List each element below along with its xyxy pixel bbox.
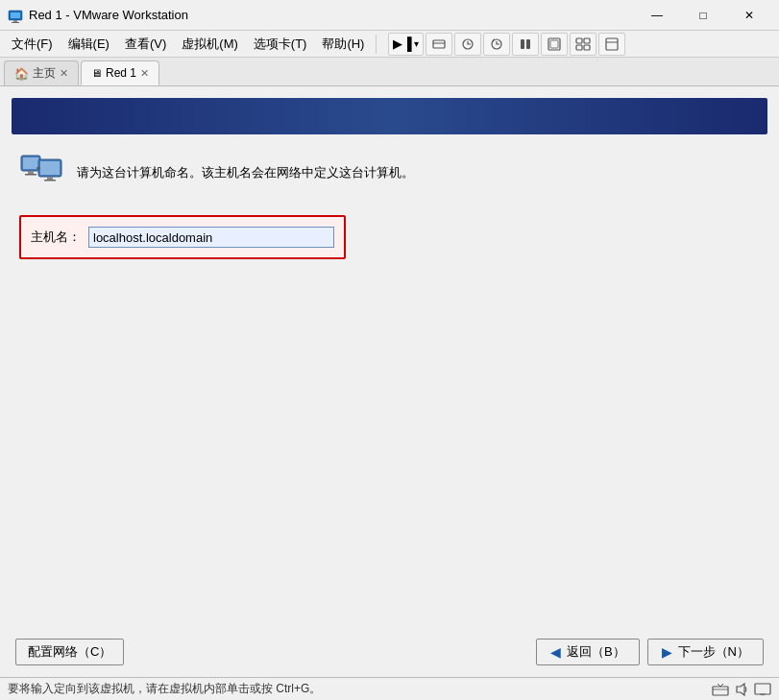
- svg-rect-30: [755, 684, 770, 694]
- tab-home-close[interactable]: ✕: [60, 68, 68, 79]
- svg-rect-3: [12, 22, 19, 23]
- next-button[interactable]: ▶ 下一步（N）: [647, 639, 764, 665]
- svg-rect-21: [25, 174, 37, 176]
- svg-rect-25: [44, 180, 56, 181]
- toolbar-suspend[interactable]: [512, 33, 539, 56]
- toolbar-unity[interactable]: [570, 33, 596, 56]
- hostname-row: 主机名：: [19, 215, 346, 259]
- toolbar-window[interactable]: [598, 33, 625, 56]
- status-icons: [712, 682, 771, 697]
- configure-network-button[interactable]: 配置网络（C）: [15, 639, 124, 665]
- hostname-input[interactable]: [88, 227, 334, 248]
- menu-view[interactable]: 查看(V): [117, 33, 174, 56]
- vm-icon: 🖥: [91, 67, 102, 79]
- audio-status-icon: [733, 682, 750, 697]
- status-bar: 要将输入定向到该虚拟机，请在虚拟机内部单击或按 Ctrl+G。: [0, 677, 779, 700]
- svg-marker-29: [737, 684, 744, 695]
- close-button[interactable]: ✕: [727, 0, 771, 31]
- tab-bar: 🏠 主页 ✕ 🖥 Red 1 ✕: [0, 58, 779, 86]
- tab-red1[interactable]: 🖥 Red 1 ✕: [81, 60, 159, 85]
- toolbar-snapshot-restore[interactable]: [483, 33, 510, 56]
- svg-rect-8: [521, 39, 524, 49]
- svg-rect-16: [606, 38, 618, 50]
- maximize-button[interactable]: □: [681, 0, 725, 31]
- toolbar-full-screen[interactable]: [541, 33, 568, 56]
- description-row: 请为这台计算机命名。该主机名会在网络中定义这台计算机。: [19, 150, 760, 196]
- svg-rect-2: [13, 20, 17, 22]
- window-controls: — □ ✕: [635, 0, 771, 31]
- menu-help[interactable]: 帮助(H): [314, 33, 372, 56]
- hostname-label: 主机名：: [31, 229, 81, 246]
- svg-rect-13: [584, 38, 590, 43]
- description-text: 请为这台计算机命名。该主机名会在网络中定义这台计算机。: [77, 164, 414, 181]
- window-title: Red 1 - VMware Workstation: [29, 8, 635, 22]
- menu-edit[interactable]: 编辑(E): [61, 33, 117, 56]
- svg-rect-20: [28, 171, 34, 174]
- svg-rect-12: [576, 38, 582, 43]
- tab-red1-label: Red 1: [106, 66, 136, 80]
- menu-tabs[interactable]: 选项卡(T): [246, 33, 315, 56]
- svg-rect-23: [40, 161, 60, 175]
- back-button[interactable]: ◀ 返回（B）: [536, 639, 640, 665]
- menu-vm[interactable]: 虚拟机(M): [174, 33, 246, 56]
- main-content: 请为这台计算机命名。该主机名会在网络中定义这台计算机。 主机名： 配置网络（C）…: [0, 86, 779, 677]
- tab-home[interactable]: 🏠 主页 ✕: [4, 60, 79, 85]
- svg-rect-15: [584, 45, 590, 50]
- back-arrow-icon: ◀: [550, 644, 561, 660]
- menu-bar: 文件(F) 编辑(E) 查看(V) 虚拟机(M) 选项卡(T) 帮助(H) ▶▐…: [0, 31, 779, 58]
- status-text: 要将输入定向到该虚拟机，请在虚拟机内部单击或按 Ctrl+G。: [8, 681, 321, 697]
- svg-rect-11: [550, 40, 558, 48]
- nav-buttons: ◀ 返回（B） ▶ 下一步（N）: [536, 639, 764, 665]
- svg-rect-19: [23, 157, 38, 169]
- dropdown-arrow-icon: ▾: [414, 38, 419, 49]
- svg-rect-14: [576, 45, 582, 50]
- toolbar-power-dropdown[interactable]: ▶▐ ▾: [388, 33, 423, 56]
- toolbar-send-ctrl-alt-del[interactable]: [426, 33, 452, 56]
- toolbar-snapshots[interactable]: [454, 33, 481, 56]
- svg-rect-4: [433, 40, 445, 48]
- tab-home-label: 主页: [33, 65, 56, 82]
- content-area: 请为这台计算机命名。该主机名会在网络中定义这台计算机。 主机名：: [0, 134, 779, 627]
- power-icon: ▶▐: [393, 36, 411, 51]
- network-status-icon: [712, 682, 729, 697]
- next-button-label: 下一步（N）: [678, 643, 749, 661]
- minimize-button[interactable]: —: [635, 0, 679, 31]
- svg-rect-24: [47, 177, 53, 180]
- back-button-label: 返回（B）: [567, 643, 625, 661]
- title-bar: Red 1 - VMware Workstation — □ ✕: [0, 0, 779, 31]
- menu-file[interactable]: 文件(F): [4, 33, 61, 56]
- display-status-icon: [754, 682, 771, 697]
- app-icon: [8, 8, 23, 23]
- svg-rect-27: [713, 687, 728, 695]
- bottom-area: 配置网络（C） ◀ 返回（B） ▶ 下一步（N）: [0, 627, 779, 677]
- tab-red1-close[interactable]: ✕: [140, 68, 149, 79]
- svg-rect-1: [11, 12, 20, 18]
- toolbar: ▶▐ ▾: [388, 33, 624, 56]
- menu-separator-1: [376, 35, 377, 54]
- home-icon: 🏠: [14, 67, 29, 81]
- blue-header-bar: [12, 98, 767, 134]
- svg-rect-9: [526, 39, 530, 49]
- next-arrow-icon: ▶: [662, 644, 672, 660]
- computer-icon: [19, 150, 65, 196]
